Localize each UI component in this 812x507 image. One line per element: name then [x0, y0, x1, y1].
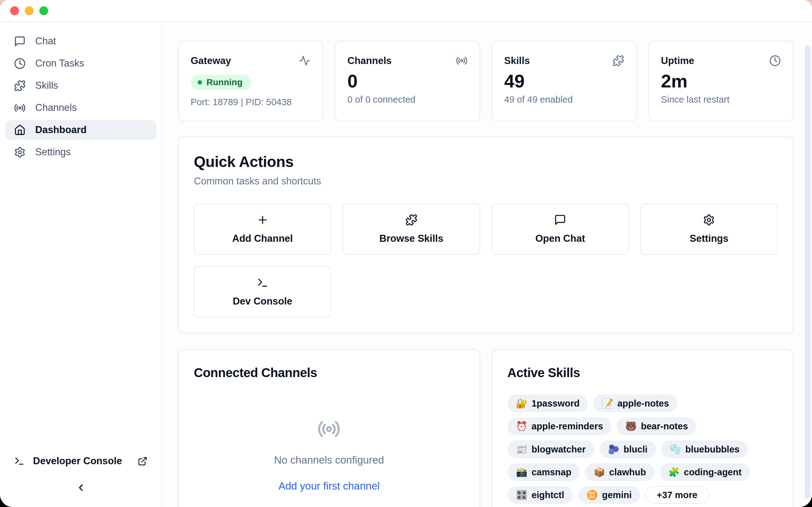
browse-skills-button[interactable]: Browse Skills: [343, 204, 480, 255]
skill-pill: 🫧bluebubbles: [661, 441, 748, 458]
gateway-status-badge: Running: [191, 75, 252, 90]
clock-icon: [769, 55, 781, 66]
sidebar: Chat Cron Tasks Skills Channels Dashboar…: [0, 22, 162, 507]
uptime-card: Uptime 2m Since last restart: [648, 41, 794, 121]
add-channel-button[interactable]: Add Channel: [194, 204, 331, 255]
terminal-icon: [14, 456, 25, 466]
connected-channels-title: Connected Channels: [194, 366, 464, 380]
developer-console-label: Developer Console: [33, 455, 122, 467]
uptime-value: 2m: [661, 71, 781, 91]
developer-console-link[interactable]: Developer Console: [5, 451, 156, 471]
skills-card: Skills 49 49 of 49 enabled: [492, 41, 637, 121]
skills-subtext: 49 of 49 enabled: [504, 95, 624, 105]
skill-name: camsnap: [531, 466, 571, 478]
sidebar-item-label: Cron Tasks: [35, 58, 84, 69]
more-skills-button[interactable]: +37 more: [645, 486, 709, 504]
chat-icon: [554, 214, 566, 226]
sidebar-item-cron-tasks[interactable]: Cron Tasks: [5, 54, 156, 73]
skill-emoji: 📸: [516, 466, 527, 478]
quick-actions-subtitle: Common tasks and shortcuts: [194, 176, 778, 187]
sidebar-item-label: Dashboard: [35, 124, 87, 135]
skill-name: coding-agent: [684, 466, 742, 478]
channels-subtext: 0 of 0 connected: [347, 95, 467, 105]
title-bar: [0, 0, 812, 22]
skill-pill: 📸camsnap: [507, 463, 580, 481]
add-channel-label: Add Channel: [232, 233, 293, 244]
gateway-port-pid: Port: 18789 | PID: 50438: [191, 97, 310, 107]
puzzle-icon: [14, 80, 26, 92]
skills-card-title: Skills: [504, 55, 530, 66]
sidebar-collapse-button[interactable]: [5, 476, 156, 499]
no-channels-text: No channels configured: [274, 454, 384, 466]
skill-emoji: 🧩: [668, 466, 680, 478]
terminal-icon: [257, 277, 269, 289]
dev-console-button[interactable]: Dev Console: [194, 266, 331, 318]
open-chat-button[interactable]: Open Chat: [492, 204, 629, 255]
skill-pill: 🎛️eightctl: [507, 486, 573, 504]
skill-pill: 🫐blucli: [600, 441, 656, 458]
skill-emoji: ♊: [587, 489, 598, 501]
uptime-card-title: Uptime: [661, 55, 694, 66]
sidebar-item-chat[interactable]: Chat: [5, 32, 156, 51]
sidebar-item-label: Skills: [35, 80, 58, 91]
sidebar-item-channels[interactable]: Channels: [5, 98, 156, 118]
skill-pill: ⏰apple-reminders: [507, 417, 612, 435]
minimize-button[interactable]: [25, 6, 34, 15]
app-window: Chat Cron Tasks Skills Channels Dashboar…: [0, 0, 812, 507]
skill-emoji: 🔐: [516, 398, 527, 409]
clock-icon: [14, 58, 26, 69]
close-button[interactable]: [10, 6, 19, 15]
skill-name: 1password: [531, 398, 580, 409]
skill-emoji: ⏰: [516, 420, 527, 432]
skill-pill: 📝apple-notes: [593, 395, 677, 412]
skill-name: bluebubbles: [686, 444, 740, 455]
gateway-card-title: Gateway: [191, 55, 231, 66]
active-skills-title: Active Skills: [507, 366, 778, 380]
chat-icon: [14, 36, 26, 47]
dev-console-label: Dev Console: [233, 296, 293, 307]
skill-name: blucli: [623, 444, 648, 455]
skill-pill: 🧩coding-agent: [660, 463, 750, 481]
skill-pill: ♊gemini: [578, 486, 641, 504]
skill-name: blogwatcher: [531, 444, 586, 455]
sidebar-item-label: Chat: [35, 36, 56, 47]
vertical-scrollbar-thumb[interactable]: [805, 46, 810, 499]
skills-count: 49: [504, 71, 624, 91]
add-first-channel-link[interactable]: Add your first channel: [278, 480, 380, 492]
settings-label: Settings: [690, 233, 728, 244]
gear-icon: [14, 147, 26, 158]
skill-name: clawhub: [609, 466, 646, 478]
radio-icon: [456, 55, 467, 66]
plus-icon: [257, 214, 269, 226]
connected-channels-card: Connected Channels No channels configure…: [178, 349, 480, 507]
sidebar-item-settings[interactable]: Settings: [5, 142, 156, 162]
puzzle-icon: [405, 214, 417, 226]
sidebar-item-skills[interactable]: Skills: [5, 76, 156, 95]
radio-icon: [317, 417, 341, 441]
quick-actions-title: Quick Actions: [194, 153, 778, 170]
activity-icon: [299, 55, 310, 66]
skills-pill-list: 🔐1password 📝apple-notes ⏰apple-reminders…: [507, 395, 778, 504]
skill-name: bear-notes: [641, 420, 688, 432]
home-icon: [14, 124, 26, 136]
open-chat-label: Open Chat: [536, 233, 585, 244]
sidebar-item-dashboard[interactable]: Dashboard: [5, 120, 156, 140]
main-content: Gateway Running Port: 18789 | PID: 50438…: [162, 22, 812, 507]
chevron-left-icon: [75, 482, 86, 493]
stats-row: Gateway Running Port: 18789 | PID: 50438…: [178, 41, 794, 121]
skill-name: gemini: [602, 489, 631, 501]
status-dot: [198, 80, 202, 84]
skill-emoji: 🫧: [670, 444, 681, 455]
channels-card: Channels 0 0 of 0 connected: [335, 41, 480, 121]
radio-icon: [14, 102, 26, 114]
uptime-subtext: Since last restart: [661, 95, 781, 105]
skill-pill: 📰blogwatcher: [507, 441, 595, 458]
skill-emoji: 🎛️: [516, 489, 527, 501]
settings-button[interactable]: Settings: [641, 204, 778, 255]
gateway-card: Gateway Running Port: 18789 | PID: 50438: [178, 41, 323, 121]
channels-count: 0: [347, 71, 467, 91]
sidebar-item-label: Settings: [35, 147, 71, 158]
zoom-button[interactable]: [39, 6, 48, 15]
skill-emoji: 🐻: [625, 420, 637, 432]
skill-emoji: 📰: [516, 444, 527, 455]
